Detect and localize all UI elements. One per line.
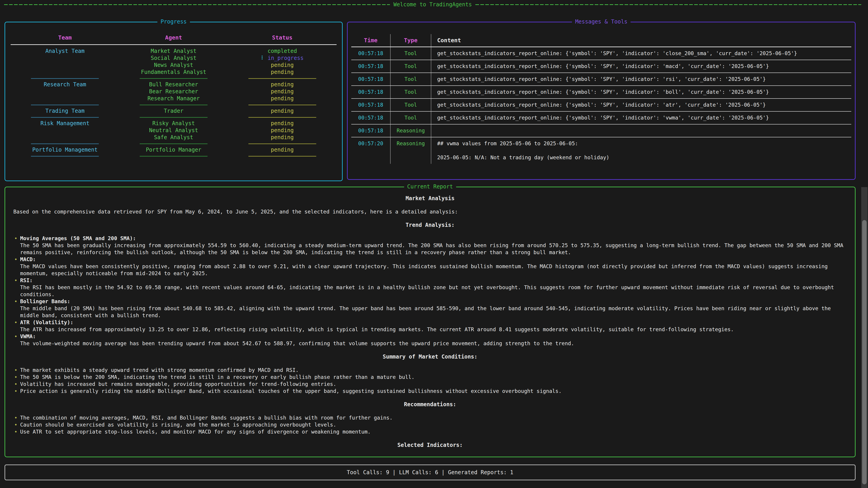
progress-group-separator (228, 102, 337, 107)
report-bullet-text: The RSI has been mostly in the 54.92 to … (20, 284, 847, 298)
status-badge: pending (271, 147, 293, 153)
messages-panel: Messages & Tools Time Type Content 00:57… (347, 22, 856, 180)
message-type: Tool (390, 111, 431, 124)
message-type: Tool (390, 86, 431, 98)
message-content-line (437, 127, 849, 134)
report-bullet-text: The market exhibits a steady upward tren… (20, 367, 847, 374)
report-bullet-item: The combination of moving averages, MACD… (13, 414, 847, 421)
status-badge: pending (271, 62, 293, 68)
rule-line-left (4, 4, 390, 5)
progress-panel-title: Progress (157, 18, 190, 25)
progress-status-cell: ⠇in_progress (228, 55, 337, 62)
progress-group-separator (119, 76, 228, 81)
report-bullet-list: The combination of moving averages, MACD… (13, 414, 847, 435)
progress-team-cell: Risk Management (11, 120, 119, 127)
spinner-icon: ⠇ (261, 55, 265, 61)
separator-line (248, 117, 316, 118)
progress-team-cell (11, 55, 119, 62)
progress-agent-cell: Research Manager (119, 95, 228, 102)
rule-line-right (475, 4, 861, 5)
report-bullet-text: The ATR has increased from approximately… (20, 326, 847, 333)
message-content-line: 2025-06-05: N/A: Not a trading day (week… (437, 154, 849, 161)
messages-col-type: Type (390, 34, 431, 46)
message-content-line: get_stockstats_indicators_report_online:… (437, 50, 849, 57)
progress-group-separator (11, 76, 119, 81)
message-content: get_stockstats_indicators_report_online:… (431, 47, 851, 60)
report-bullet-item: The 50 SMA is below the 200 SMA, indicat… (13, 374, 847, 381)
message-content-line (437, 147, 849, 154)
progress-group-separator (11, 153, 119, 159)
separator-line (31, 117, 99, 118)
message-content-line: get_stockstats_indicators_report_online:… (437, 114, 849, 121)
separator-line (140, 156, 208, 157)
report-bullet-item: VWMA:The volume-weighted moving average … (13, 333, 847, 347)
report-bullet-head: RSI: (20, 277, 847, 284)
report-bullet-list: Moving Averages (50 SMA and 200 SMA):The… (13, 235, 847, 347)
messages-col-time: Time (351, 34, 390, 46)
status-badge: completed (268, 48, 297, 54)
progress-team-cell (11, 69, 119, 76)
report-bullet-item: Use ATR to set appropriate stop-loss lev… (13, 428, 847, 435)
progress-header-underline (11, 44, 337, 45)
separator-line (140, 143, 208, 144)
message-time: 00:57:18 (351, 125, 390, 137)
scrollbar-track[interactable] (861, 187, 868, 488)
progress-agent-cell: Bear Researcher (119, 88, 228, 95)
status-badge: pending (271, 134, 293, 140)
progress-group-separator (119, 115, 228, 120)
message-content: get_stockstats_indicators_report_online:… (431, 111, 851, 124)
report-bullet-head: VWMA: (20, 333, 847, 340)
message-time: 00:57:20 (351, 137, 390, 164)
message-type: Reasoning (390, 125, 431, 137)
report-section-heading: Recommendations: (13, 401, 847, 408)
scrollbar-thumb[interactable] (862, 220, 867, 484)
message-content: get_stockstats_indicators_report_online:… (431, 86, 851, 98)
progress-group-separator (119, 102, 228, 107)
report-section-heading: Summary of Market Conditions: (13, 353, 847, 360)
progress-agent-cell: News Analyst (119, 62, 228, 69)
message-content-line: get_stockstats_indicators_report_online:… (437, 89, 849, 96)
message-type: Tool (390, 47, 431, 60)
report-bullet-head: Bollinger Bands: (20, 298, 847, 305)
message-content-line: ## vwma values from 2025-05-06 to 2025-0… (437, 140, 849, 147)
message-time: 00:57:18 (351, 73, 390, 86)
progress-status-cell: pending (228, 69, 337, 76)
progress-team-cell (11, 127, 119, 134)
progress-status-cell: pending (228, 120, 337, 127)
message-content: ## vwma values from 2025-05-06 to 2025-0… (431, 137, 851, 164)
report-panel: Current Report Market Analysis Based on … (4, 187, 856, 457)
report-bullet-text: Use ATR to set appropriate stop-loss lev… (20, 428, 847, 435)
report-bullet-item: Bollinger Bands:The middle band (20 SMA)… (13, 298, 847, 319)
report-bullet-item: MACD:The MACD values have been consisten… (13, 256, 847, 277)
progress-team-cell (11, 95, 119, 102)
message-content: get_stockstats_indicators_report_online:… (431, 73, 851, 86)
report-bullet-head: ATR (Volatility): (20, 319, 847, 326)
report-heading: Market Analysis (13, 195, 847, 202)
status-badge: pending (271, 81, 293, 88)
progress-col-status: Status (228, 34, 337, 44)
message-time: 00:57:18 (351, 111, 390, 124)
progress-table: Team Agent Status Analyst TeamMarket Ana… (11, 34, 337, 159)
report-bullet-item: Volatility has increased but remains man… (13, 381, 847, 388)
progress-status-cell: pending (228, 147, 337, 153)
report-bullet-item: RSI:The RSI has been mostly in the 54.92… (13, 277, 847, 298)
progress-team-cell: Research Team (11, 81, 119, 88)
message-content-line: get_stockstats_indicators_report_online:… (437, 63, 849, 70)
status-badge: pending (271, 88, 293, 95)
progress-panel: Progress Team Agent Status Analyst TeamM… (4, 22, 343, 181)
status-badge: in_progress (268, 55, 304, 61)
report-sections: Trend Analysis:Moving Averages (50 SMA a… (13, 222, 847, 449)
progress-agent-cell: Bull Researcher (119, 81, 228, 88)
separator-line (248, 105, 316, 105)
progress-team-cell: Portfolio Management (11, 147, 119, 153)
message-content: get_stockstats_indicators_report_online:… (431, 99, 851, 111)
report-bullet-item: The market exhibits a steady upward tren… (13, 367, 847, 374)
progress-status-cell: pending (228, 107, 337, 115)
progress-group-separator (228, 115, 337, 120)
report-bullet-text: Volatility has increased but remains man… (20, 381, 847, 388)
report-bullet-text: The combination of moving averages, MACD… (20, 414, 847, 421)
progress-status-cell: pending (228, 134, 337, 141)
progress-group-separator (11, 102, 119, 107)
separator-line (31, 78, 99, 79)
status-badge: pending (271, 127, 293, 133)
